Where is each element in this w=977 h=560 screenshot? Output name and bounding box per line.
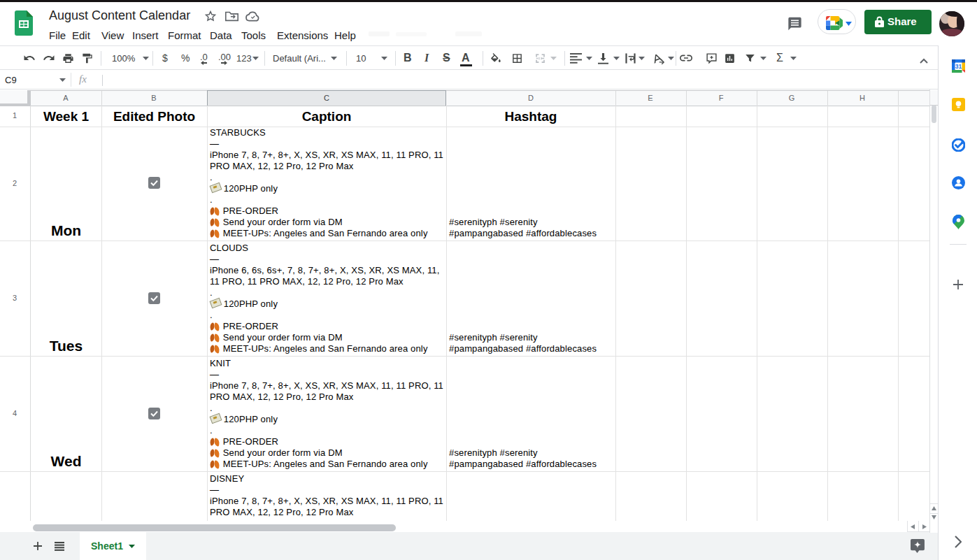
- svg-text:31: 31: [955, 63, 962, 70]
